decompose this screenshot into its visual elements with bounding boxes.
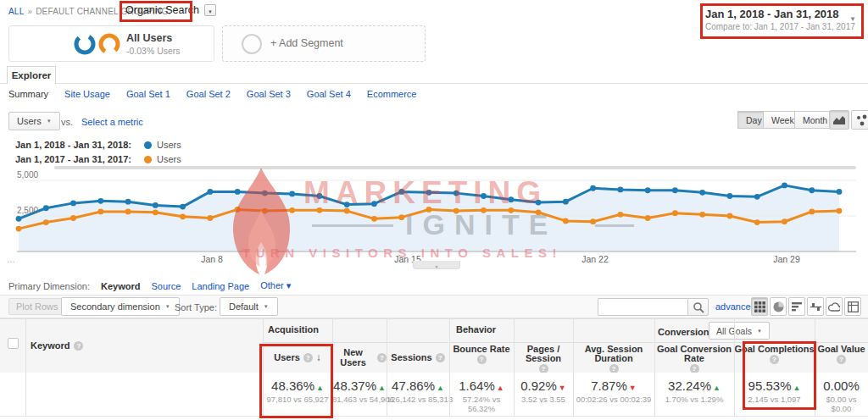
y-tick-5000: 5,000 — [17, 170, 38, 180]
trend-arrow-icon: ▲ — [713, 384, 721, 392]
column-header-goal-value[interactable]: Goal Value — [815, 342, 868, 373]
date-picker-chevron-icon[interactable]: ▼ — [849, 15, 856, 23]
percentage-view-button[interactable] — [770, 297, 787, 316]
sort-type-dropdown[interactable]: Default — [220, 297, 278, 316]
segment-donut-icon — [73, 32, 122, 56]
comparison-view-button[interactable] — [807, 297, 824, 316]
add-segment-label: + Add Segment — [270, 37, 343, 49]
date-range-value: Jan 1, 2018 - Jan 31, 2018 — [705, 8, 855, 20]
pivot-view-button[interactable] — [844, 297, 861, 316]
metric-dropdown[interactable]: Users — [8, 112, 60, 130]
segment-subtitle: -0.03% Users — [126, 46, 181, 56]
timeline-chart[interactable] — [0, 165, 868, 271]
pie-chart-icon — [773, 301, 784, 312]
column-header-goal-completions[interactable]: Goal Completions — [734, 342, 815, 373]
column-header-users[interactable]: Users — [263, 342, 332, 373]
channel-grouping-select[interactable]: Organic Search — [125, 4, 216, 16]
help-icon[interactable] — [477, 355, 487, 364]
performance-view-button[interactable] — [788, 297, 805, 316]
trend-arrow-icon: ▼ — [559, 384, 566, 392]
column-header-sessions[interactable]: Sessions — [387, 342, 449, 373]
table-view-icon — [754, 301, 765, 312]
comparison-bars-icon — [810, 301, 821, 312]
sort-desc-icon[interactable] — [316, 351, 321, 363]
term-cloud-icon — [828, 302, 840, 312]
subtab-goal-set-3[interactable]: Goal Set 3 — [247, 89, 291, 99]
group-header-behavior: Behavior — [456, 324, 496, 334]
column-header-goal-conversion-rate[interactable]: Goal Conversion Rate — [654, 342, 734, 373]
trend-arrow-icon: ▲ — [316, 384, 324, 392]
totals-goal-value: 0.00% $0.00 vs $0.00 — [815, 373, 868, 417]
metric-dropdown-label: Users — [17, 116, 42, 126]
pivot-table-icon — [848, 301, 859, 312]
table-view-button[interactable] — [751, 297, 768, 316]
date-compare-value: Compare to: Jan 1, 2017 - Jan 31, 2017 — [705, 22, 855, 31]
legend-row-2018: Jan 1, 2018 - Jan 31, 2018: Users — [15, 140, 181, 150]
help-icon[interactable] — [770, 355, 779, 364]
tab-explorer[interactable]: Explorer — [7, 66, 56, 84]
search-button[interactable] — [687, 298, 709, 316]
totals-sessions: 47.86%▲ 126,142 vs 85,313 — [387, 373, 449, 417]
line-chart-view-button[interactable] — [829, 110, 849, 130]
line-chart-icon — [832, 114, 846, 125]
trend-arrow-icon: ▲ — [793, 384, 800, 392]
x-tick-jan22: Jan 22 — [581, 254, 609, 264]
dimension-source[interactable]: Source — [151, 281, 181, 291]
column-header-pages-session[interactable]: Pages / Session — [514, 342, 573, 373]
subtab-site-usage[interactable]: Site Usage — [64, 89, 110, 99]
trend-arrow-icon: ▲ — [497, 384, 504, 392]
totals-bounce-rate: 1.64%▲ 57.24% vs 56.32% — [449, 373, 514, 417]
breadcrumb-separator: » — [27, 7, 32, 16]
column-header-avg-session-duration[interactable]: Avg. Session Duration — [573, 342, 654, 373]
secondary-dimension-dropdown[interactable]: Secondary dimension — [61, 297, 180, 316]
date-range-picker[interactable]: Jan 1, 2018 - Jan 31, 2018 Compare to: J… — [705, 8, 855, 31]
term-cloud-view-button[interactable] — [826, 297, 843, 316]
help-icon[interactable] — [436, 353, 445, 362]
help-icon[interactable] — [837, 355, 846, 364]
legend-row-2017: Jan 1, 2017 - Jan 31, 2017: Users — [15, 154, 181, 164]
sort-type-value: Default — [229, 301, 259, 312]
subtab-summary[interactable]: Summary — [8, 89, 48, 99]
totals-users: 48.36%▲ 97,810 vs 65,927 — [263, 373, 332, 417]
legend-2018-dot-icon — [144, 141, 152, 149]
subtab-goal-set-1[interactable]: Goal Set 1 — [126, 89, 170, 99]
subtab-goal-set-4[interactable]: Goal Set 4 — [307, 89, 351, 99]
segment-all-users[interactable]: All Users -0.03% Users — [8, 25, 214, 62]
dimension-landing-page[interactable]: Landing Page — [192, 281, 249, 291]
select-metric-link[interactable]: Select a metric — [81, 117, 143, 127]
plot-rows-button[interactable]: Plot Rows — [8, 298, 66, 315]
group-header-conversions: Conversions — [658, 327, 715, 337]
keyword-column-header[interactable]: Keyword — [31, 318, 83, 373]
search-input[interactable] — [598, 298, 687, 316]
subtab-ecommerce[interactable]: Ecommerce — [367, 89, 417, 99]
chart-collapse-handle[interactable] — [413, 261, 460, 269]
chevron-down-icon[interactable] — [204, 4, 216, 16]
vs-label: vs. — [61, 117, 73, 127]
motion-chart-view-button[interactable] — [851, 110, 868, 130]
dimension-other[interactable]: Other — [260, 280, 291, 291]
y-tick-2500: 2,500 — [17, 206, 38, 215]
group-header-acquisition: Acquisition — [268, 324, 319, 334]
trend-arrow-icon: ▲ — [378, 384, 386, 392]
column-header-bounce-rate[interactable]: Bounce Rate — [449, 342, 514, 373]
totals-goal-conversion-rate: 32.24%▲ 1.70% vs 1.29% — [654, 373, 734, 417]
help-icon[interactable] — [377, 353, 387, 362]
add-segment-button[interactable]: + Add Segment — [222, 25, 426, 62]
help-icon[interactable] — [303, 353, 313, 362]
trend-arrow-icon: ▼ — [629, 384, 637, 392]
x-tick-jan29: Jan 29 — [773, 254, 800, 264]
google-analytics-report: ALL»DEFAULT CHANNEL GROUPING: Organic Se… — [0, 0, 868, 420]
dimension-keyword[interactable]: Keyword — [101, 281, 140, 291]
column-header-new-users[interactable]: New Users — [332, 342, 387, 373]
legend-2017-series: Users — [157, 154, 181, 164]
search-icon — [693, 301, 704, 313]
all-goals-dropdown[interactable]: All Goals — [709, 322, 770, 340]
segment-title: All Users — [126, 32, 172, 44]
select-all-checkbox[interactable] — [8, 338, 19, 349]
secondary-dimension-label: Secondary dimension — [70, 301, 160, 312]
help-icon[interactable] — [74, 341, 83, 351]
advanced-search-link[interactable]: advanced — [715, 301, 756, 312]
subtab-goal-set-2[interactable]: Goal Set 2 — [186, 89, 231, 99]
add-segment-circle-icon — [242, 34, 262, 54]
breadcrumb-all-link[interactable]: ALL — [8, 7, 24, 16]
